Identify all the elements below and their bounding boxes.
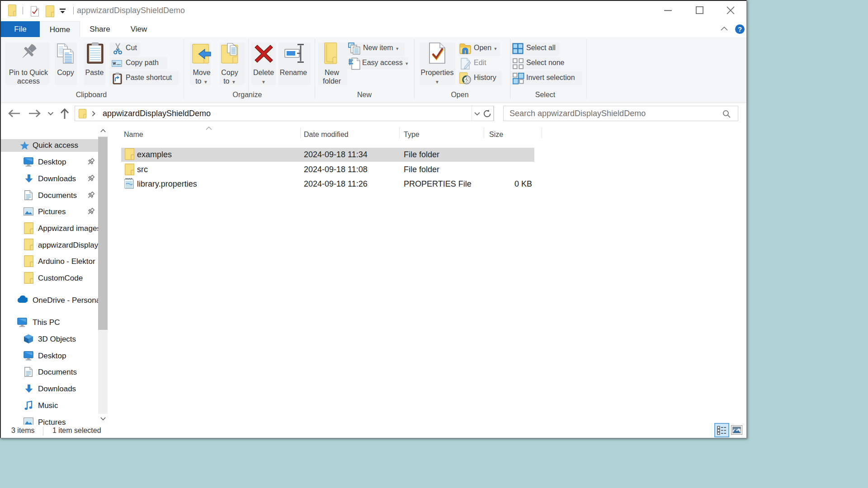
svg-text:?: ? — [738, 25, 742, 33]
